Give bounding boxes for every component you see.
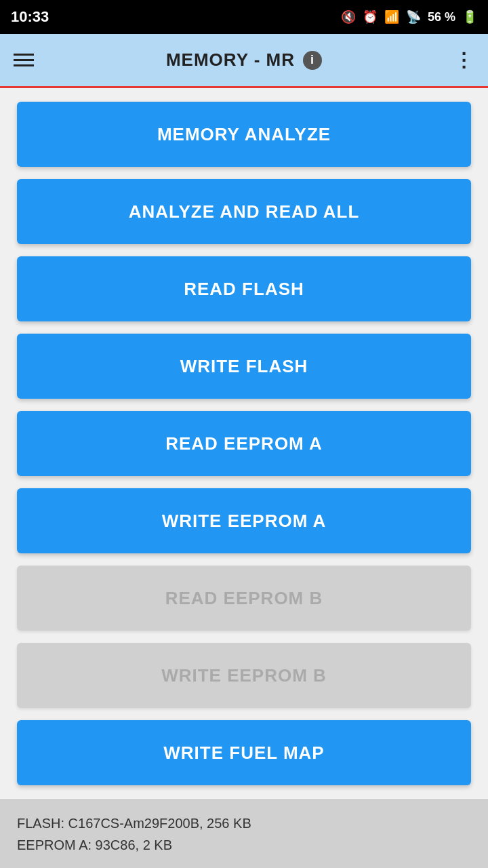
analyze-read-all-button[interactable]: ANALYZE AND READ ALL: [17, 179, 471, 244]
battery-percent: 56 %: [428, 10, 455, 24]
footer-line1: FLASH: C167CS-Am29F200B, 256 KB: [17, 812, 471, 834]
main-content: MEMORY ANALYZEANALYZE AND READ ALLREAD F…: [0, 88, 488, 799]
wifi-icon: 📡: [406, 9, 421, 24]
info-icon[interactable]: i: [303, 51, 322, 70]
footer-line2: EEPROM A: 93C86, 2 KB: [17, 834, 471, 856]
write-eeprom-b-button: WRITE EEPROM B: [17, 643, 471, 708]
status-bar: 10:33 🔇 ⏰ 📶 📡 56 % 🔋: [0, 0, 488, 34]
status-time: 10:33: [11, 8, 49, 26]
write-flash-button[interactable]: WRITE FLASH: [17, 334, 471, 399]
write-eeprom-a-button[interactable]: WRITE EEPROM A: [17, 488, 471, 553]
memory-analyze-button[interactable]: MEMORY ANALYZE: [17, 102, 471, 167]
hamburger-menu[interactable]: [14, 54, 34, 66]
read-eeprom-b-button: READ EEPROM B: [17, 566, 471, 631]
alarm-icon: ⏰: [363, 9, 378, 24]
read-flash-button[interactable]: READ FLASH: [17, 256, 471, 321]
status-icons: 🔇 ⏰ 📶 📡 56 % 🔋: [341, 9, 477, 24]
write-fuel-map-button[interactable]: WRITE FUEL MAP: [17, 720, 471, 785]
footer: FLASH: C167CS-Am29F200B, 256 KB EEPROM A…: [0, 799, 488, 868]
app-title: MEMORY - MR: [166, 50, 295, 71]
mute-icon: 🔇: [341, 9, 356, 24]
read-eeprom-a-button[interactable]: READ EEPROM A: [17, 411, 471, 476]
app-bar: MEMORY - MR i ⋮: [0, 34, 488, 88]
battery-icon: 🔋: [462, 9, 477, 24]
more-options-icon[interactable]: ⋮: [454, 49, 474, 71]
app-bar-title-area: MEMORY - MR i: [166, 50, 322, 71]
signal-icon: 📶: [384, 9, 399, 24]
